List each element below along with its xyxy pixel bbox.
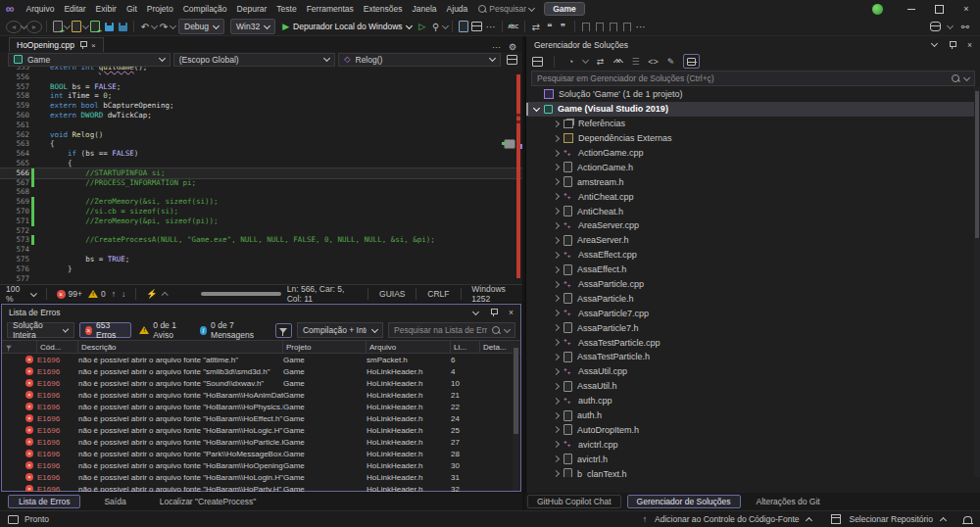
- tree-item[interactable]: ⁺₊auth.cpp: [526, 394, 980, 408]
- code-line[interactable]: 564 if (bs == FALSE): [0, 149, 522, 159]
- chevron-right-icon[interactable]: [553, 266, 560, 273]
- chevron-right-icon[interactable]: [553, 470, 560, 477]
- tree-item[interactable]: b_clanText.h: [526, 466, 980, 477]
- menu-item[interactable]: Exibir: [91, 4, 122, 14]
- add-to-source-control-button[interactable]: Adicionar ao Controle do Código-Fonte: [655, 514, 799, 524]
- code-line[interactable]: 575 bs = TRUE;: [0, 255, 522, 264]
- code-line[interactable]: 570 //si.cb = sizeof(si);: [0, 207, 522, 216]
- prev-issue-icon[interactable]: ↑: [112, 289, 116, 299]
- code-line[interactable]: 559extern bool bCaptureOpening;: [0, 101, 522, 111]
- code-line[interactable]: 569 //ZeroMemory(&si, sizeof(si));: [0, 197, 522, 207]
- error-list-search-input[interactable]: Pesquisar na Lista de Erros: [388, 322, 515, 338]
- messages-filter-button[interactable]: i0 de 7 Mensagens: [197, 320, 270, 340]
- tab-hoopening[interactable]: HoOpening.cpp ×: [9, 37, 104, 52]
- tree-item[interactable]: avictrl.h: [526, 452, 980, 466]
- code-line[interactable]: 563{: [0, 139, 522, 149]
- start-without-debugging-icon[interactable]: ▷: [416, 19, 429, 34]
- chevron-right-icon[interactable]: [553, 178, 560, 185]
- chevron-right-icon[interactable]: [553, 441, 560, 448]
- error-row[interactable]: ×E1696não é possível abrir o arquivo fon…: [2, 377, 520, 389]
- code-line[interactable]: 561: [0, 120, 522, 130]
- menu-item[interactable]: Compilação: [178, 4, 232, 14]
- send-feedback-icon[interactable]: [928, 19, 942, 34]
- menu-item[interactable]: Git: [122, 4, 142, 14]
- tree-item[interactable]: AssaUtil.h: [526, 379, 980, 394]
- tree-item[interactable]: ⁺₊AntiCheat.cpp: [526, 189, 980, 204]
- code-line[interactable]: 573 //CreateProcessA(NULL, "Game.exe", N…: [0, 235, 522, 245]
- close-button[interactable]: ×: [953, 0, 980, 18]
- error-row[interactable]: ×E1696não é possível abrir o arquivo fon…: [2, 471, 520, 483]
- chevron-right-icon[interactable]: [553, 280, 560, 287]
- chevron-right-icon[interactable]: [553, 149, 560, 156]
- code-editor[interactable]: 555extern int quitGame();556557BOOL bs =…: [0, 67, 522, 284]
- chevron-right-icon[interactable]: [553, 339, 560, 346]
- column-line[interactable]: Li...: [451, 341, 480, 353]
- pin-icon[interactable]: [79, 41, 86, 49]
- code-line[interactable]: 567 //PROCESS_INFORMATION pi;: [0, 178, 522, 188]
- chevron-right-icon[interactable]: [553, 426, 560, 433]
- tree-item[interactable]: Dependências Externas: [526, 131, 980, 146]
- close-panel-icon[interactable]: ×: [967, 40, 972, 50]
- tree-item[interactable]: ⁺₊ActionGame.cpp: [526, 146, 980, 161]
- toolbar-overflow-icon[interactable]: ···: [484, 19, 498, 34]
- chevron-right-icon[interactable]: [553, 208, 560, 215]
- solution-platform-dropdown[interactable]: Win32: [230, 19, 275, 34]
- window-position-icon[interactable]: [931, 40, 938, 47]
- column-code[interactable]: Cód...: [37, 341, 78, 353]
- tree-item[interactable]: AssaTestParticle.h: [526, 350, 980, 364]
- chevron-right-icon[interactable]: [553, 310, 560, 316]
- error-row[interactable]: ×E1696não é possível abrir o arquivo fon…: [2, 412, 520, 424]
- edit-icon[interactable]: ✎: [665, 55, 676, 68]
- close-tab-icon[interactable]: ×: [91, 41, 96, 50]
- close-panel-icon[interactable]: ×: [509, 308, 514, 317]
- tree-item[interactable]: AssaParticle7.h: [526, 320, 980, 335]
- error-row[interactable]: ×E1696não é possível abrir o arquivo fon…: [2, 436, 520, 448]
- horizontal-scrollbar-thumb[interactable]: [201, 292, 281, 296]
- menu-item[interactable]: Ferramentas: [302, 4, 359, 14]
- pending-changes-filter-icon[interactable]: ◔: [565, 55, 576, 68]
- bottom-tab[interactable]: Lista de Erros: [8, 495, 80, 508]
- member-dropdown[interactable]: ◇ Relog(): [338, 53, 501, 67]
- error-row[interactable]: ×E1696não é possível abrir o arquivo fon…: [2, 401, 520, 412]
- code-line[interactable]: 565 {: [0, 159, 522, 168]
- save-icon[interactable]: [102, 19, 116, 34]
- chevron-right-icon[interactable]: [553, 120, 560, 127]
- chevron-right-icon[interactable]: [553, 411, 560, 418]
- error-count[interactable]: ×99+: [57, 289, 82, 299]
- error-row[interactable]: ×E1696não é possível abrir o arquivo fon…: [2, 389, 520, 401]
- open-file-icon[interactable]: [70, 19, 83, 34]
- tree-item[interactable]: AssaEffect.h: [526, 263, 980, 277]
- menu-item[interactable]: Ajuda: [442, 4, 473, 14]
- editor-options-gear-icon[interactable]: ⚙: [509, 42, 516, 52]
- preview-selected-items-icon[interactable]: [683, 54, 700, 69]
- error-row[interactable]: ×E1696não é possível abrir o arquivo fon…: [2, 448, 520, 459]
- line-ending[interactable]: CRLF: [427, 289, 449, 299]
- chevron-right-icon[interactable]: [553, 222, 560, 229]
- menu-item[interactable]: Teste: [271, 4, 301, 14]
- column-project[interactable]: Projeto: [283, 341, 367, 353]
- toolbar-overflow-icon[interactable]: ···: [634, 19, 648, 34]
- maximize-button[interactable]: [925, 0, 953, 18]
- tree-item[interactable]: AssaParticle.h: [526, 291, 980, 306]
- menu-item[interactable]: Janela: [408, 4, 442, 14]
- chevron-right-icon[interactable]: [553, 193, 560, 200]
- chevron-right-icon[interactable]: [553, 455, 560, 462]
- tree-item[interactable]: AreaServer.h: [526, 233, 980, 248]
- tree-item[interactable]: ⁺₊AssaTestParticle.cpp: [526, 335, 980, 350]
- menu-item[interactable]: Editar: [59, 4, 90, 14]
- previous-bookmark-icon[interactable]: [593, 19, 607, 34]
- error-row[interactable]: ×E1696não é possível abrir o arquivo fon…: [2, 459, 520, 471]
- error-list-titlebar[interactable]: Lista de Erros ×: [2, 305, 520, 320]
- error-row[interactable]: ×E1696não é possível abrir o arquivo fon…: [2, 354, 520, 365]
- chevron-right-icon[interactable]: [553, 135, 560, 142]
- live-share-icon[interactable]: ⚯: [958, 19, 972, 34]
- next-issue-icon[interactable]: ↓: [122, 289, 125, 299]
- code-line[interactable]: 556: [0, 72, 522, 82]
- collapse-all-icon[interactable]: [612, 55, 623, 68]
- clear-bookmarks-icon[interactable]: [620, 19, 634, 34]
- code-line[interactable]: 558int iTime = 0;: [0, 91, 522, 101]
- redo-icon[interactable]: ↷: [157, 19, 171, 34]
- menu-item[interactable]: Projeto: [142, 4, 178, 14]
- tree-item[interactable]: ActionGame.h: [526, 160, 980, 174]
- tree-item[interactable]: ⁺₊AreaServer.cpp: [526, 218, 980, 233]
